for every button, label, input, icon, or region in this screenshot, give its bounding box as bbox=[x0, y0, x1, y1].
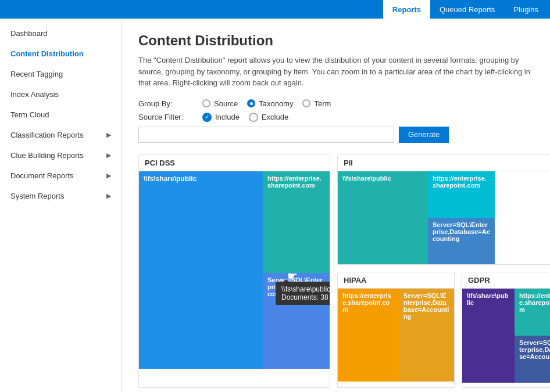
source-filter-label: Source Filter: bbox=[138, 113, 202, 121]
source-filter-exclude-label: Exclude bbox=[262, 113, 288, 121]
pci-tile-large-label: \\fs\share\public bbox=[144, 175, 197, 183]
group-by-label: Group By: bbox=[138, 99, 202, 108]
sidebar-item-content-distribution[interactable]: Content Distribution bbox=[0, 44, 122, 64]
main-content: Content Distribution The "Content Distri… bbox=[122, 19, 550, 392]
sidebar-item-label: Classification Reports bbox=[10, 131, 84, 139]
sidebar-item-term-cloud[interactable]: Term Cloud bbox=[0, 105, 122, 125]
chart-area: PCI DSS \\fs\share\public https://enterp… bbox=[138, 154, 534, 388]
tooltip-line1: \\fs\share\public bbox=[281, 285, 330, 293]
gdpr-title: GDPR bbox=[462, 272, 550, 289]
group-by-source-option[interactable]: Source bbox=[202, 99, 238, 108]
sidebar-item-label: Term Cloud bbox=[10, 110, 49, 119]
pii-tile-bottom-label: Server=SQL\Enterprise,Database=Accountin… bbox=[433, 221, 490, 242]
hipaa-panel: HIPAA https://enterprise.sharepoint.com … bbox=[337, 272, 455, 388]
group-by-term-label: Term bbox=[314, 99, 331, 108]
pii-title: PII bbox=[338, 155, 550, 171]
pii-tile-large[interactable]: \\fs\share\public bbox=[338, 171, 428, 264]
pii-tile-bottom[interactable]: Server=SQL\Enterprise,Database=Accountin… bbox=[428, 218, 495, 264]
sidebar-item-label: Index Analysis bbox=[10, 90, 59, 99]
body-layout: Dashboard Content Distribution Recent Ta… bbox=[0, 19, 550, 392]
pii-tile-top[interactable]: https://enterprise.sharepoint.com bbox=[428, 171, 495, 218]
checkbox-include-circle bbox=[202, 113, 212, 122]
pci-tile-top-right[interactable]: https://enterprise.sharepoint.com bbox=[263, 171, 330, 273]
group-by-taxonomy-label: Taxonomy bbox=[259, 99, 293, 108]
right-panels: PII \\fs\share\public https://enterprise… bbox=[337, 154, 550, 388]
radio-term-circle bbox=[302, 99, 310, 107]
top-navigation: Reports Queued Reports Plugins bbox=[0, 0, 550, 19]
pii-panel: PII \\fs\share\public https://enterprise… bbox=[337, 154, 550, 265]
nav-plugins-button[interactable]: Plugins bbox=[504, 0, 548, 19]
generate-input[interactable] bbox=[138, 127, 394, 143]
pii-tile-top-label: https://enterprise.sharepoint.com bbox=[433, 175, 490, 189]
source-filter-exclude-option[interactable]: Exclude bbox=[249, 113, 288, 122]
hipaa-title: HIPAA bbox=[338, 272, 454, 289]
gdpr-tile-top-label: https://enterprise.sharepoint.com bbox=[519, 292, 550, 313]
gdpr-chart: \\fs\share\public https://enterprise.sha… bbox=[462, 289, 550, 386]
pci-dss-panel: PCI DSS \\fs\share\public https://enterp… bbox=[138, 154, 330, 388]
sidebar-item-clue-building-reports[interactable]: Clue Building Reports ▶ bbox=[0, 145, 122, 166]
generate-row: Generate bbox=[138, 127, 534, 143]
group-by-source-label: Source bbox=[214, 99, 238, 108]
pii-right-col: https://enterprise.sharepoint.com Server… bbox=[428, 171, 495, 264]
generate-button[interactable]: Generate bbox=[399, 127, 449, 143]
source-filter-include-option[interactable]: Include bbox=[202, 113, 240, 122]
pci-tile-top-right-label: https://enterprise.sharepoint.com bbox=[267, 175, 325, 189]
sidebar-item-dashboard[interactable]: Dashboard bbox=[0, 23, 122, 44]
gdpr-tile-large-label: \\fs\share\public bbox=[467, 292, 510, 306]
nav-queued-reports-button[interactable]: Queued Reports bbox=[430, 0, 504, 19]
gdpr-tile-bottom[interactable]: Server=SQL\Enterprise,Database=Accountin… bbox=[515, 336, 550, 383]
tooltip: \\fs\share\public Documents: 38 bbox=[276, 282, 330, 305]
sidebar-item-system-reports[interactable]: System Reports ▶ bbox=[0, 186, 122, 206]
sidebar-item-label: System Reports bbox=[10, 192, 64, 200]
sidebar-item-label: Document Reports bbox=[10, 171, 73, 180]
hipaa-tile-right-label: Server=SQL\Enterprise,Database=Accountin… bbox=[403, 292, 449, 320]
hipaa-tile-right[interactable]: Server=SQL\Enterprise,Database=Accountin… bbox=[399, 289, 454, 382]
pci-tile-large[interactable]: \\fs\share\public bbox=[139, 171, 263, 369]
pii-chart: \\fs\share\public https://enterprise.sha… bbox=[338, 171, 550, 264]
gdpr-right-col: https://enterprise.sharepoint.com Server… bbox=[515, 289, 550, 386]
chevron-right-icon: ▶ bbox=[106, 192, 111, 200]
sidebar-item-recent-tagging[interactable]: Recent Tagging bbox=[0, 64, 122, 84]
sidebar-item-document-reports[interactable]: Document Reports ▶ bbox=[0, 166, 122, 186]
sidebar-item-label: Content Distribution bbox=[10, 49, 84, 58]
gdpr-tile-top[interactable]: https://enterprise.sharepoint.com bbox=[515, 289, 550, 336]
nav-reports-button[interactable]: Reports bbox=[383, 0, 430, 19]
cursor-icon: ☛ bbox=[287, 269, 298, 283]
page-description: The "Content Distribution" report allows… bbox=[138, 55, 534, 89]
radio-source-circle bbox=[202, 99, 210, 107]
sidebar: Dashboard Content Distribution Recent Ta… bbox=[0, 19, 122, 392]
gdpr-panel: GDPR \\fs\share\public https://enterpris… bbox=[462, 272, 550, 388]
tooltip-line2: Documents: 38 bbox=[281, 293, 330, 301]
sidebar-item-label: Recent Tagging bbox=[10, 70, 63, 78]
radio-taxonomy-circle bbox=[247, 99, 255, 107]
chevron-right-icon: ▶ bbox=[106, 172, 111, 179]
group-by-term-option[interactable]: Term bbox=[302, 99, 331, 108]
pci-dss-title: PCI DSS bbox=[139, 155, 330, 171]
group-by-row: Group By: Source Taxonomy Term bbox=[138, 99, 534, 108]
page-title: Content Distribution bbox=[138, 33, 534, 49]
pii-tile-large-label: \\fs\share\public bbox=[342, 175, 391, 182]
source-filter-include-label: Include bbox=[215, 113, 240, 121]
gdpr-tile-large[interactable]: \\fs\share\public bbox=[462, 289, 515, 383]
sidebar-item-label: Clue Building Reports bbox=[10, 151, 84, 160]
sidebar-item-classification-reports[interactable]: Classification Reports ▶ bbox=[0, 125, 122, 145]
checkbox-exclude-circle bbox=[249, 113, 258, 122]
group-by-options: Source Taxonomy Term bbox=[202, 99, 331, 108]
chevron-right-icon: ▶ bbox=[106, 152, 111, 159]
hipaa-tile-large[interactable]: https://enterprise.sharepoint.com bbox=[338, 289, 399, 382]
sidebar-item-index-analysis[interactable]: Index Analysis bbox=[0, 84, 122, 105]
hipaa-tile-large-label: https://enterprise.sharepoint.com bbox=[342, 292, 394, 313]
source-filter-options: Include Exclude bbox=[202, 113, 288, 122]
chevron-right-icon: ▶ bbox=[106, 131, 111, 139]
lower-panels: HIPAA https://enterprise.sharepoint.com … bbox=[337, 272, 550, 388]
group-by-taxonomy-option[interactable]: Taxonomy bbox=[247, 99, 293, 108]
gdpr-tile-bottom-label: Server=SQL\Enterprise,Database=Accountin… bbox=[519, 339, 550, 360]
sidebar-item-label: Dashboard bbox=[10, 29, 48, 38]
hipaa-chart: https://enterprise.sharepoint.com Server… bbox=[338, 289, 454, 387]
source-filter-row: Source Filter: Include Exclude bbox=[138, 113, 534, 122]
